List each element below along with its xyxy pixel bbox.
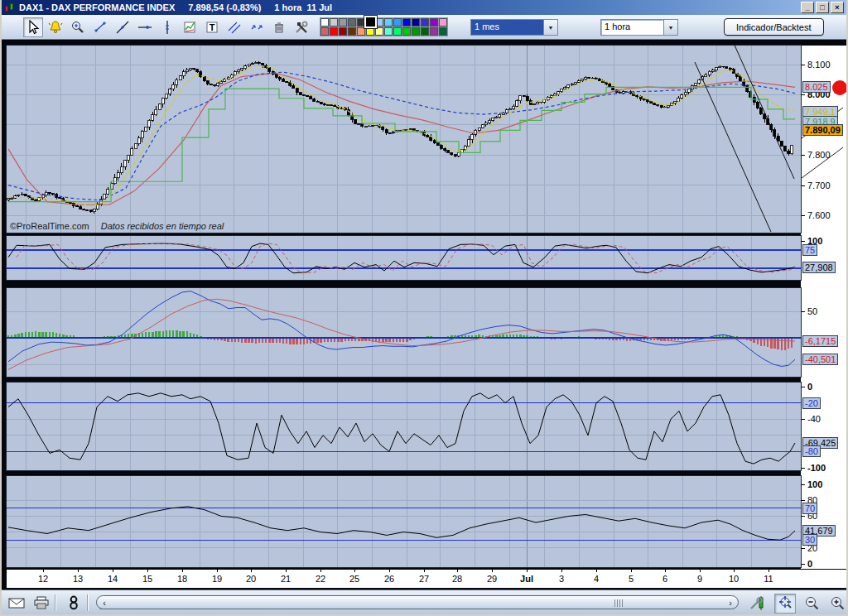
chevron-down-icon[interactable]: ▼ xyxy=(543,20,557,35)
red-dot-annotation[interactable] xyxy=(832,80,847,95)
restore-button[interactable]: □ xyxy=(816,2,829,13)
color-swatch[interactable] xyxy=(412,18,420,26)
time-tick xyxy=(43,569,44,572)
price-value-box: 30 xyxy=(802,534,817,546)
color-swatch[interactable] xyxy=(320,18,329,26)
indicator-backtest-button[interactable]: Indicador/Backtest xyxy=(724,18,824,36)
vertical-line-tool[interactable] xyxy=(157,17,177,37)
period-value: 1 mes xyxy=(471,20,543,35)
color-swatch[interactable] xyxy=(330,27,338,36)
indicator-window-tool[interactable] xyxy=(180,17,200,37)
segment-tool[interactable] xyxy=(90,17,110,37)
main-price-panel[interactable] xyxy=(6,45,802,233)
chevron-down-icon[interactable]: ▼ xyxy=(663,20,677,35)
scroll-right-icon[interactable]: › xyxy=(723,596,738,609)
axis-tick xyxy=(801,241,805,242)
color-swatch[interactable] xyxy=(402,18,411,26)
time-tick xyxy=(320,569,321,572)
axis-tick xyxy=(801,65,805,65)
drawing-toolbar: T 1 mes ▼ 1 hora ▼ Indicador/Ba xyxy=(2,15,846,40)
time-tick xyxy=(147,569,148,572)
fibonacci-tool[interactable] xyxy=(247,17,267,37)
time-tick-label: 22 xyxy=(316,574,325,584)
chart-settings-icon[interactable] xyxy=(747,594,768,614)
axis-tick xyxy=(801,484,805,485)
minimize-button[interactable]: _ xyxy=(801,2,814,13)
time-tick-label: 15 xyxy=(142,574,152,584)
scrollbar-grip[interactable] xyxy=(614,599,623,607)
settings-tool[interactable] xyxy=(292,17,311,37)
color-swatch[interactable] xyxy=(421,27,429,36)
axis-tick xyxy=(801,548,805,549)
color-swatch[interactable] xyxy=(393,27,402,36)
color-swatch[interactable] xyxy=(384,27,393,36)
color-swatch[interactable] xyxy=(430,18,438,26)
zoom-tool[interactable] xyxy=(68,17,88,37)
color-swatch[interactable] xyxy=(339,18,347,26)
text-tool[interactable]: T xyxy=(202,17,222,37)
color-swatch[interactable] xyxy=(330,18,338,26)
color-swatch[interactable] xyxy=(339,27,347,36)
signal-line xyxy=(8,299,795,369)
time-tick xyxy=(251,569,252,572)
color-swatch[interactable] xyxy=(402,27,411,36)
time-tick xyxy=(596,569,597,572)
time-tick-label: 21 xyxy=(281,574,291,584)
link-icon[interactable] xyxy=(64,594,84,612)
ma-blue xyxy=(8,72,795,200)
horizontal-line-tool[interactable] xyxy=(135,17,155,37)
rsi-panel[interactable] xyxy=(6,475,802,568)
color-swatch[interactable] xyxy=(439,18,447,26)
selected-color-swatch[interactable] xyxy=(364,16,377,28)
color-swatch[interactable] xyxy=(421,18,429,26)
trendline-tool[interactable] xyxy=(113,17,132,37)
line-icon xyxy=(115,20,130,35)
title-change: (-0,83%) xyxy=(226,2,261,12)
alert-tool[interactable] xyxy=(46,17,65,37)
zoom-out-icon[interactable] xyxy=(801,594,822,614)
macd-panel[interactable] xyxy=(6,287,802,378)
time-tick-label: 26 xyxy=(384,574,394,584)
time-tick-label: 14 xyxy=(108,574,118,584)
williams-r-panel[interactable] xyxy=(6,382,802,471)
price-value-box: -40,501 xyxy=(802,354,838,365)
stochastic-panel[interactable] xyxy=(6,235,802,281)
color-swatch[interactable] xyxy=(439,27,447,36)
time-tick-label: 12 xyxy=(38,574,48,584)
axis-tick xyxy=(801,387,805,387)
color-swatch[interactable] xyxy=(430,27,438,36)
color-swatch[interactable] xyxy=(393,18,402,26)
horizontal-scrollbar[interactable]: ‹ › xyxy=(96,595,739,609)
price-value-box: -6,1715 xyxy=(802,335,838,347)
color-swatch[interactable] xyxy=(357,27,365,36)
color-swatch[interactable] xyxy=(320,27,329,36)
pointer-icon xyxy=(26,20,41,35)
timeframe-value: 1 hora xyxy=(601,20,663,35)
time-tick xyxy=(286,569,287,572)
timeframe-dropdown[interactable]: 1 hora ▼ xyxy=(600,19,678,36)
close-button[interactable]: × xyxy=(831,2,844,13)
color-swatch[interactable] xyxy=(412,27,420,36)
parallel-lines-icon xyxy=(227,20,242,35)
horizontal-line-icon xyxy=(137,20,152,35)
time-tick xyxy=(457,569,458,572)
color-swatch[interactable] xyxy=(348,27,356,36)
watermark-realtime: Datos recibidos en tiempo real xyxy=(101,221,224,231)
print-icon[interactable] xyxy=(31,594,51,612)
period-dropdown[interactable]: 1 mes ▼ xyxy=(470,19,558,36)
delete-tool[interactable] xyxy=(269,17,289,37)
zoom-fit-icon[interactable] xyxy=(774,594,796,614)
scroll-left-icon[interactable]: ‹ xyxy=(97,596,112,609)
tools-icon xyxy=(294,20,309,35)
color-swatch[interactable] xyxy=(348,18,356,26)
mail-icon[interactable] xyxy=(7,594,26,612)
color-swatch[interactable] xyxy=(375,27,383,36)
price-value-box: 27,908 xyxy=(802,262,836,273)
zoom-in-icon[interactable] xyxy=(826,594,848,614)
color-swatch[interactable] xyxy=(384,18,393,26)
time-tick-label: 20 xyxy=(246,574,256,584)
pointer-tool[interactable] xyxy=(23,17,43,37)
axis-tick xyxy=(801,215,805,216)
color-swatch[interactable] xyxy=(366,27,374,36)
parallel-lines-tool[interactable] xyxy=(224,17,244,37)
